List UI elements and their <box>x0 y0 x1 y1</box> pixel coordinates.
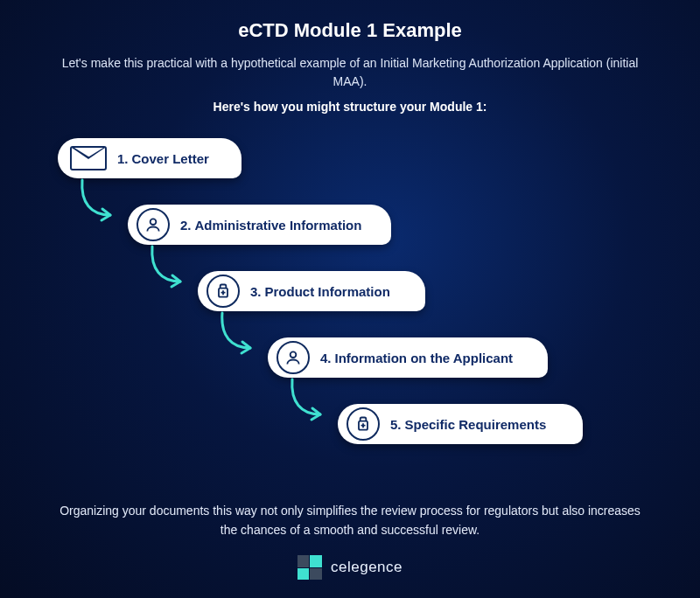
footer-text: Organizing your documents this way not o… <box>52 502 648 539</box>
person-icon <box>136 208 170 241</box>
intro-text: Let's make this practical with a hypothe… <box>44 54 656 91</box>
brand-name: celegence <box>331 559 402 576</box>
page-title: eCTD Module 1 Example <box>30 19 670 42</box>
step-number: 4. <box>320 351 332 365</box>
subhead-text: Here's how you might structure your Modu… <box>30 100 670 114</box>
step-label: Cover Letter <box>132 151 209 166</box>
step-pill-3: 3. Product Information <box>198 271 425 311</box>
step-label: Information on the Applicant <box>335 351 514 365</box>
step-label: Product Information <box>265 284 390 299</box>
steps-diagram: 1. Cover Letter 2. Administrative Inform… <box>30 135 670 493</box>
step-number: 3. <box>250 284 262 299</box>
brand-logo: celegence <box>30 555 670 580</box>
envelope-icon <box>70 146 107 170</box>
step-pill-5: 5. Specific Requirements <box>338 404 583 444</box>
flow-arrow-icon <box>215 311 259 358</box>
flow-arrow-icon <box>285 378 329 425</box>
brand-mark-icon <box>298 555 322 580</box>
svg-point-2 <box>290 351 297 358</box>
step-number: 5. <box>390 417 402 432</box>
person-icon <box>276 341 310 374</box>
step-pill-4: 4. Information on the Applicant <box>268 337 548 378</box>
medicine-icon <box>206 275 240 308</box>
step-label: Specific Requirements <box>405 417 547 432</box>
step-number: 2. <box>180 218 192 233</box>
medicine-icon <box>346 407 380 441</box>
flow-arrow-icon <box>145 245 189 292</box>
step-pill-2: 2. Administrative Information <box>128 205 391 245</box>
step-pill-1: 1. Cover Letter <box>58 138 242 178</box>
svg-point-0 <box>150 219 157 225</box>
step-label: Administrative Information <box>195 218 362 233</box>
flow-arrow-icon <box>75 178 119 226</box>
step-number: 1. <box>117 151 129 166</box>
